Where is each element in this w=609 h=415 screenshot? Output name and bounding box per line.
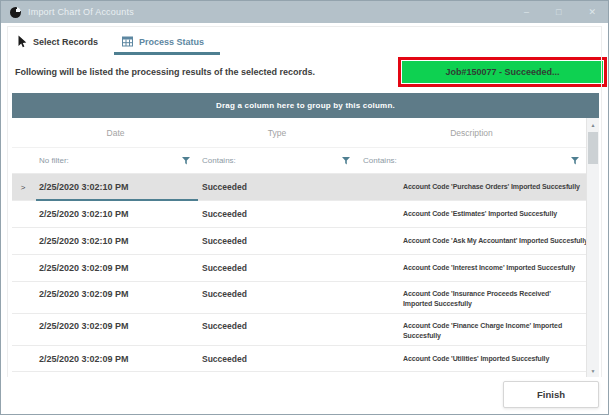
cell-date: 2/25/2020 3:02:10 PM [34,236,197,246]
pie-chart-icon [10,7,21,18]
cell-description: Account Code 'Interest Income' Imported … [357,263,586,273]
cell-type: Succeeded [197,236,357,246]
row-expander-icon[interactable]: > [12,182,34,193]
titlebar[interactable]: Import Chart Of Accounts – □ ✕ [1,1,608,23]
column-header-description[interactable]: Description [357,128,586,138]
minimize-button[interactable]: – [524,8,529,17]
cell-type: Succeeded [197,182,357,192]
cell-date: 2/25/2020 3:02:10 PM [34,182,197,192]
column-header-type[interactable]: Type [197,128,357,138]
dialog-import-chart-of-accounts: Import Chart Of Accounts – □ ✕ Select Re… [0,0,609,415]
cell-type: Succeeded [197,263,357,273]
cell-date: 2/25/2020 3:02:09 PM [34,289,197,299]
cell-description: Account Code 'Estimates' Imported Succes… [357,209,586,219]
dialog-body: Select Records Process Status Following … [1,23,608,414]
cell-description: Account Code 'Utilities' Imported Succes… [357,354,586,364]
table-row[interactable]: 2/25/2020 3:02:10 PM Succeeded Account C… [12,201,586,228]
results-grid: Drag a column here to group by this colu… [12,93,599,378]
grid-icon [122,36,133,47]
finish-button[interactable]: Finish [503,381,599,408]
cell-description: Account Code 'Purchase Orders' Imported … [357,182,586,192]
annotation-highlight-box: Job#150077 - Succeeded... [398,57,607,87]
tab-select-records[interactable]: Select Records [15,30,108,55]
header-row: Date Type Description [12,118,586,148]
cell-date: 2/25/2020 3:02:09 PM [34,354,197,364]
table-row[interactable]: 2/25/2020 3:02:09 PM Succeeded Account C… [12,346,586,372]
cell-type: Succeeded [197,321,357,331]
close-button[interactable]: ✕ [588,8,596,17]
cell-description: Account Code 'Ask My Accountant' Importe… [357,236,586,246]
info-text: Following will be listed the processing … [15,67,315,77]
filter-icon[interactable] [182,157,190,165]
cell-type: Succeeded [197,209,357,219]
filter-label: Contains: [363,156,397,165]
filter-label: Contains: [202,156,236,165]
scrollbar-thumb[interactable] [588,132,598,164]
filter-row: No filter: Contains: C [12,148,586,174]
grid-body: Date Type Description No filter: [12,118,599,378]
filter-icon[interactable] [342,157,350,165]
filter-cell-date[interactable]: No filter: [34,156,197,165]
cursor-icon [17,35,27,48]
scroll-up-icon[interactable]: ▲ [587,119,599,131]
vertical-scrollbar[interactable]: ▲ ▼ [586,118,599,378]
column-header-date[interactable]: Date [34,128,197,138]
cell-description: Account Code 'Finance Charge Income' Imp… [357,321,586,341]
window-title: Import Chart Of Accounts [28,7,134,17]
table-row[interactable]: 2/25/2020 3:02:09 PM Succeeded Account C… [12,314,586,346]
tab-label: Select Records [33,37,98,47]
filter-cell-description[interactable]: Contains: [357,156,586,165]
tab-bar: Select Records Process Status [15,30,220,55]
filter-cell-type[interactable]: Contains: [197,156,357,165]
job-status-badge[interactable]: Job#150077 - Succeeded... [402,61,603,83]
window-controls: – □ ✕ [524,8,599,17]
cell-type: Succeeded [197,289,357,299]
cell-date: 2/25/2020 3:02:09 PM [34,263,197,273]
cell-date: 2/25/2020 3:02:09 PM [34,321,197,331]
cell-type: Succeeded [197,354,357,364]
table-row[interactable]: 2/25/2020 3:02:09 PM Succeeded Account C… [12,282,586,314]
footer-bar: Finish [2,377,607,413]
table-row[interactable]: 2/25/2020 3:02:09 PM Succeeded Account C… [12,255,586,282]
table-row[interactable]: 2/25/2020 3:02:10 PM Succeeded Account C… [12,228,586,255]
scroll-down-icon[interactable]: ▼ [587,365,599,377]
tab-label: Process Status [139,37,204,47]
filter-label: No filter: [39,156,69,165]
cell-date: 2/25/2020 3:02:10 PM [34,209,197,219]
tab-process-status[interactable]: Process Status [114,31,220,55]
group-by-bar[interactable]: Drag a column here to group by this colu… [12,93,599,118]
filter-icon[interactable] [571,157,579,165]
cell-description: Account Code 'Insurance Proceeds Receive… [357,289,586,309]
maximize-button[interactable]: □ [556,8,561,17]
table-row[interactable]: > 2/25/2020 3:02:10 PM Succeeded Account… [12,174,586,201]
focused-cell-underline [36,199,198,201]
